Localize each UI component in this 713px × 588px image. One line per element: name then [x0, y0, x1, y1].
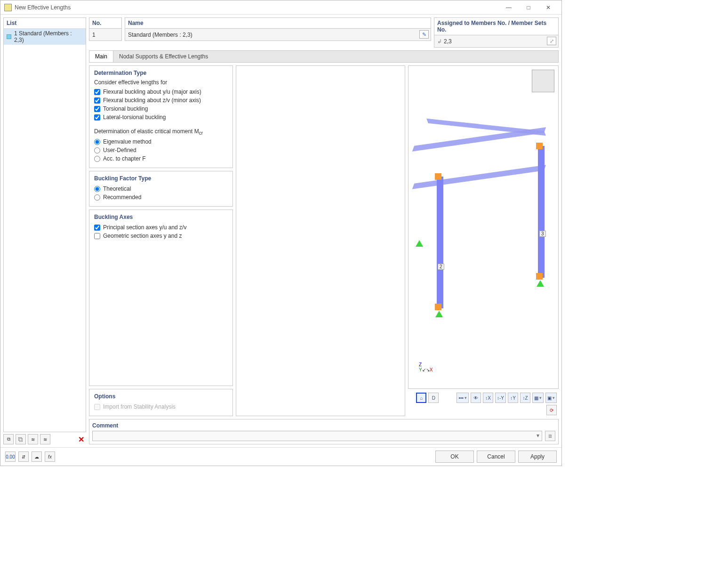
left-column: List 1 Standard (Members : 2,3) ⧉ ⿻ ≋ ≋ …: [3, 17, 86, 444]
view-perspective[interactable]: ▣▾: [545, 393, 557, 403]
assigned-value: 2,3: [444, 38, 452, 45]
delete-item-button[interactable]: ✕: [76, 434, 86, 444]
app-icon: [4, 4, 12, 11]
rad-theoretical-label: Theoretical: [103, 185, 131, 192]
name-label: Name: [125, 17, 431, 29]
view-tool-highlighted[interactable]: ⌂: [416, 393, 426, 403]
comment-group: Comment 🗎: [89, 419, 559, 444]
minimize-button[interactable]: —: [499, 2, 518, 13]
view-tool-text[interactable]: D: [428, 393, 439, 403]
maximize-button[interactable]: □: [519, 2, 538, 13]
footer-tool-3[interactable]: ☁: [32, 451, 42, 462]
support-icon: [416, 240, 423, 247]
tab-strip: Main Nodal Supports & Effective Lengths: [89, 50, 559, 63]
view-y[interactable]: ↕Y: [508, 393, 518, 403]
node-icon: [435, 173, 441, 180]
list-toolbar: ⧉ ⿻ ≋ ≋ ✕: [3, 432, 86, 444]
comment-input[interactable]: [92, 431, 542, 441]
ok-button[interactable]: OK: [435, 451, 474, 463]
buckling-axes-title: Buckling Axes: [94, 214, 228, 220]
footer-tool-2[interactable]: ⇵: [18, 451, 29, 462]
chk-principal-axes[interactable]: [94, 225, 100, 231]
buckling-factor-group: Buckling Factor Type Theoretical Recomme…: [89, 171, 233, 207]
buckling-axes-group: Buckling Axes Principal section axes y/u…: [89, 209, 233, 386]
pick-prefix-icon: ↲: [437, 38, 442, 45]
tab-main[interactable]: Main: [89, 51, 113, 62]
titlebar: New Effective Lengths — □ ✕: [0, 0, 561, 15]
chk-flexural-z[interactable]: [94, 97, 100, 104]
view-reset[interactable]: ⟳: [546, 405, 557, 415]
chk-lateral-torsional[interactable]: [94, 114, 100, 121]
copy-item-button[interactable]: ⿻: [16, 434, 26, 444]
no-input[interactable]: 1: [89, 29, 122, 41]
pick-members-icon[interactable]: ⤢: [547, 37, 556, 45]
list-item[interactable]: 1 Standard (Members : 2,3): [4, 29, 86, 45]
rad-eigenvalue[interactable]: [94, 139, 100, 145]
3d-viewport[interactable]: 2 3 ZY↙↘X ➔: [408, 65, 559, 389]
chk-import-stability-label: Import from Stability Analysis: [103, 403, 176, 410]
apply-button[interactable]: Apply: [518, 451, 557, 463]
axis-indicator-icon: ZY↙↘X: [419, 362, 433, 372]
chk-torsional[interactable]: [94, 106, 100, 112]
list-box[interactable]: 1 Standard (Members : 2,3): [3, 29, 86, 432]
view-neg-y[interactable]: ↕-Y: [495, 393, 506, 403]
view-z[interactable]: ↕Z: [520, 393, 530, 403]
middle-column: No. 1 Name Standard (Members : 2,3) ✎ As…: [89, 17, 559, 444]
node-icon: [536, 273, 543, 280]
beam-icon: [426, 119, 546, 136]
tab-nodal-supports[interactable]: Nodal Supports & Effective Lengths: [113, 51, 214, 62]
consider-label: Consider effective lengths for: [94, 79, 228, 86]
determination-type-title: Determination Type: [94, 70, 228, 76]
assigned-input[interactable]: ↲ 2,3 ⤢: [434, 35, 559, 48]
rad-chapter-f[interactable]: [94, 156, 100, 162]
rad-recommended[interactable]: [94, 194, 100, 201]
close-button[interactable]: ✕: [539, 2, 558, 13]
chk-principal-axes-label: Principal section axes y/u and z/v: [103, 224, 186, 231]
list-item-label: 1 Standard (Members : 2,3): [14, 30, 83, 43]
support-icon: [537, 280, 544, 287]
chk-flexural-y[interactable]: [94, 89, 100, 95]
rad-theoretical[interactable]: [94, 186, 100, 192]
view-tool-visibility[interactable]: 👁: [471, 393, 481, 403]
determination-type-group: Determination Type Consider effective le…: [89, 65, 233, 168]
empty-center-panel: [236, 65, 405, 416]
buckling-factor-title: Buckling Factor Type: [94, 175, 228, 182]
comment-title: Comment: [92, 422, 555, 429]
callout-arrow-icon: ➔: [408, 362, 409, 381]
assigned-label: Assigned to Members No. / Member Sets No…: [434, 17, 559, 35]
cancel-button[interactable]: Cancel: [477, 451, 515, 463]
support-icon: [435, 311, 443, 317]
view-x[interactable]: ↕X: [483, 393, 493, 403]
edit-name-icon[interactable]: ✎: [419, 30, 429, 39]
view-cube-icon[interactable]: [532, 70, 554, 92]
chk-geometric-axes[interactable]: [94, 233, 100, 239]
footer-tool-fx[interactable]: fx: [45, 451, 55, 462]
window-title: New Effective Lengths: [15, 4, 499, 11]
name-field: Name Standard (Members : 2,3) ✎: [125, 17, 431, 48]
dialog-window: New Effective Lengths — □ ✕ List 1 Stand…: [0, 0, 562, 466]
options-group: Options Import from Stability Analysis: [89, 389, 233, 416]
viewport-toolbar: ⌂ D •••▾ 👁 ↕X ↕-Y ↕Y ↕Z ▦▾ ▣▾ ⟳: [408, 392, 559, 416]
new-item-button[interactable]: ⧉: [3, 434, 14, 444]
toolbar-button-3[interactable]: ≋: [28, 434, 38, 444]
dialog-footer: 0.00 ⇵ ☁ fx OK Cancel Apply: [0, 447, 561, 466]
chk-flexural-y-label: Flexural buckling about y/u (major axis): [103, 89, 201, 95]
chk-torsional-label: Torsional buckling: [103, 105, 148, 112]
name-input[interactable]: Standard (Members : 2,3) ✎: [125, 29, 431, 41]
beam-icon: [412, 165, 546, 189]
name-value: Standard (Members : 2,3): [128, 32, 192, 38]
rad-eigenvalue-label: Eigenvalue method: [103, 138, 152, 145]
member-label: 3: [539, 231, 546, 237]
comment-library-button[interactable]: 🗎: [545, 431, 555, 441]
rad-user-defined[interactable]: [94, 147, 100, 153]
no-field: No. 1: [89, 17, 122, 48]
options-title: Options: [94, 393, 228, 400]
toolbar-button-4[interactable]: ≋: [40, 434, 50, 444]
column-icon: [538, 146, 545, 278]
view-render[interactable]: ▦▾: [532, 393, 544, 403]
node-icon: [536, 143, 543, 149]
footer-tool-units[interactable]: 0.00: [5, 451, 16, 462]
member-color-icon: [7, 34, 11, 39]
chk-import-stability: [94, 404, 100, 410]
view-tool-select[interactable]: •••▾: [457, 393, 469, 403]
